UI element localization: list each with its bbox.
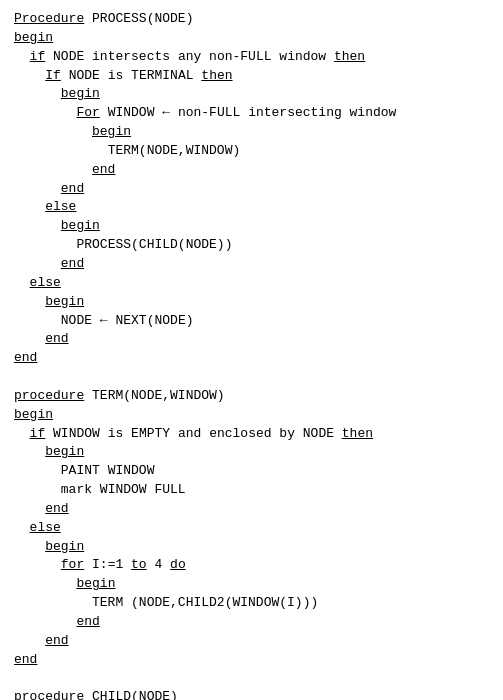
keyword-if: If [45, 68, 61, 83]
keyword-if: if [30, 49, 46, 64]
keyword-do: do [170, 557, 186, 572]
code-line-2: begin [14, 30, 53, 45]
code-line-23: if WINDOW is EMPTY and enclosed by NODE … [14, 426, 373, 441]
code-line-18: end [14, 331, 69, 346]
keyword-begin: begin [14, 407, 53, 422]
keyword-to: to [131, 557, 147, 572]
keyword-procedure: procedure [14, 388, 84, 403]
keyword-if: if [30, 426, 46, 441]
keyword-for: for [61, 557, 84, 572]
keyword-else: else [30, 520, 61, 535]
keyword-begin: begin [76, 576, 115, 591]
code-line-22: begin [14, 407, 53, 422]
code-line-1: Procedure PROCESS(NODE) [14, 11, 193, 26]
code-line-3: if NODE intersects any non-FULL window t… [14, 49, 365, 64]
keyword-begin: begin [61, 86, 100, 101]
code-line-24: begin [14, 444, 84, 459]
keyword-begin: begin [45, 539, 84, 554]
keyword-then: then [342, 426, 373, 441]
keyword-end: end [92, 162, 115, 177]
code-line-26: mark WINDOW FULL [14, 482, 186, 497]
code-line-27: end [14, 501, 69, 516]
keyword-else: else [30, 275, 61, 290]
code-line-32: TERM (NODE,CHILD2(WINDOW(I))) [14, 595, 318, 610]
keyword-then: then [201, 68, 232, 83]
code-line-28: else [14, 520, 61, 535]
code-line-19: end [14, 350, 37, 365]
code-line-8: TERM(NODE,WINDOW) [14, 143, 240, 158]
code-line-37: procedure CHILD(NODE) [14, 689, 178, 700]
code-line-35: end [14, 652, 37, 667]
code-display: Procedure PROCESS(NODE) begin if NODE in… [14, 10, 489, 700]
code-line-29: begin [14, 539, 84, 554]
keyword-then: then [334, 49, 365, 64]
keyword-begin: begin [14, 30, 53, 45]
code-line-14: end [14, 256, 84, 271]
code-line-12: begin [14, 218, 100, 233]
code-line-11: else [14, 199, 76, 214]
keyword-begin: begin [61, 218, 100, 233]
keyword-procedure: procedure [14, 689, 84, 700]
code-line-25: PAINT WINDOW [14, 463, 154, 478]
keyword-end: end [61, 256, 84, 271]
keyword-else: else [45, 199, 76, 214]
keyword-end: end [14, 652, 37, 667]
code-line-9: end [14, 162, 115, 177]
code-line-33: end [14, 614, 100, 629]
code-line-17: NODE ← NEXT(NODE) [14, 313, 193, 328]
code-line-34: end [14, 633, 69, 648]
keyword-end: end [76, 614, 99, 629]
keyword-begin: begin [45, 294, 84, 309]
code-line-16: begin [14, 294, 84, 309]
code-line-6: For WINDOW ← non-FULL intersecting windo… [14, 105, 396, 120]
keyword-end: end [45, 633, 68, 648]
code-line-13: PROCESS(CHILD(NODE)) [14, 237, 232, 252]
code-line-15: else [14, 275, 61, 290]
keyword-for: For [76, 105, 99, 120]
code-line-21: procedure TERM(NODE,WINDOW) [14, 388, 225, 403]
code-line-10: end [14, 181, 84, 196]
code-line-7: begin [14, 124, 131, 139]
code-line-31: begin [14, 576, 115, 591]
code-line-4: If NODE is TERMINAL then [14, 68, 233, 83]
keyword-procedure: Procedure [14, 11, 84, 26]
keyword-end: end [14, 350, 37, 365]
keyword-begin: begin [45, 444, 84, 459]
keyword-end: end [45, 331, 68, 346]
keyword-begin: begin [92, 124, 131, 139]
code-line-5: begin [14, 86, 100, 101]
code-line-30: for I:=1 to 4 do [14, 557, 186, 572]
keyword-end: end [61, 181, 84, 196]
keyword-end: end [45, 501, 68, 516]
